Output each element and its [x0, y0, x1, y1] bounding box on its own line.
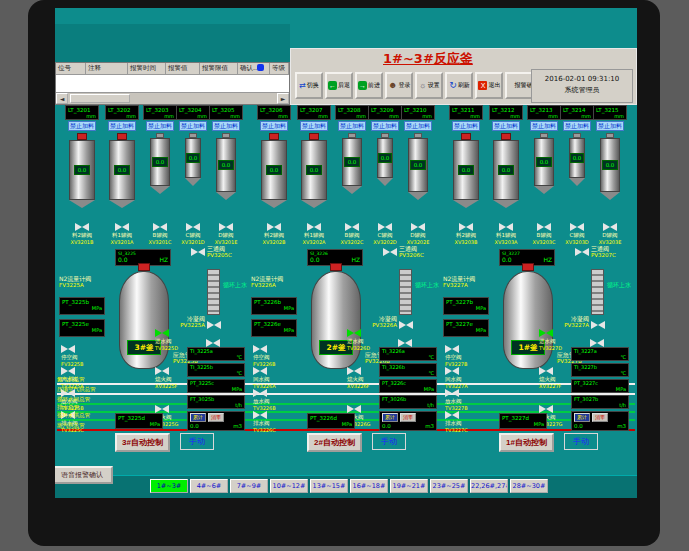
reactor-range-tab[interactable]: 22,26#,27# — [470, 479, 508, 493]
reactor-range-tab[interactable]: 13#~15# — [310, 479, 348, 493]
valve-icon[interactable] — [61, 367, 75, 376]
auto-control-button[interactable]: 1#自动控制 — [499, 433, 554, 452]
back-button[interactable]: 后退 — [325, 72, 353, 99]
valve-icon[interactable] — [347, 329, 361, 338]
valve-name: 料1罐阀 — [304, 232, 324, 239]
level-indicator: LT_3206 mm — [257, 105, 291, 120]
valve-icon[interactable] — [75, 223, 89, 232]
tank-cap-icon — [269, 133, 279, 140]
auto-control-button[interactable]: 2#自动控制 — [307, 433, 362, 452]
datetime-panel: 2016-02-01 09:31:10 系统管理员 — [531, 69, 633, 103]
valve-icon[interactable] — [267, 223, 281, 232]
valve-icon[interactable] — [345, 223, 359, 232]
valve-icon[interactable] — [155, 329, 169, 338]
three-way-valve-icon[interactable] — [575, 248, 589, 257]
scrollbar-track[interactable] — [68, 93, 277, 104]
valve-icon[interactable] — [253, 411, 267, 420]
reactor-range-tab[interactable]: 7#~9# — [230, 479, 268, 493]
valve-icon[interactable] — [537, 223, 551, 232]
valve-name: 进水阀 — [155, 338, 172, 345]
valve-icon[interactable] — [570, 223, 584, 232]
login-button[interactable]: 登录 — [385, 72, 413, 99]
pressure-indicator: PT_3227e MPa — [443, 319, 489, 337]
valve-tag: PV3206C — [399, 252, 424, 259]
valve-label: 回水阀 TV3227A — [445, 367, 468, 389]
refresh-button[interactable]: 刷新 — [445, 72, 473, 99]
reset-button[interactable]: 消零 — [592, 413, 608, 422]
valve-icon[interactable] — [445, 345, 459, 354]
reactor-range-tab[interactable]: 23#~25# — [430, 479, 468, 493]
toolbar: 切换 后退 前进 登录 设置 刷新 退出 报警确认 — [295, 72, 547, 99]
tank-level-screen: 0.0 — [152, 157, 168, 167]
reset-button[interactable]: 消零 — [208, 413, 224, 422]
reactor-range-tab[interactable]: 10#~12# — [270, 479, 308, 493]
valve-icon[interactable] — [539, 367, 553, 376]
feed-tank-unit: LT_3213 mm 禁止加料 0.0 — [527, 105, 561, 245]
valve-tag: PV3205C — [207, 252, 232, 259]
valve-icon[interactable] — [445, 367, 459, 376]
flow-totalizer: 累计 消零 0.0 m3 — [187, 411, 245, 431]
scroll-left-icon[interactable]: ◄ — [56, 93, 68, 104]
reactor-range-tab[interactable]: 19#~21# — [390, 479, 428, 493]
reset-button[interactable]: 消零 — [400, 413, 416, 422]
alarm-table-scrollbar[interactable]: ◄ ► — [56, 92, 289, 104]
condenser-valve-icon[interactable] — [399, 321, 413, 330]
voice-alarm-ack-button[interactable]: 语音报警确认 — [55, 466, 113, 484]
three-way-valve-icon[interactable] — [383, 248, 397, 257]
valve-icon[interactable] — [411, 223, 425, 232]
valve-icon[interactable] — [307, 223, 321, 232]
switch-button[interactable]: 切换 — [295, 72, 323, 99]
valve-icon[interactable] — [115, 223, 129, 232]
tank-level-screen: 0.0 — [410, 160, 426, 170]
feed-tank-unit: LT_3202 mm 禁止加料 0.0 — [103, 105, 141, 245]
totalize-button[interactable]: 累计 — [382, 413, 398, 422]
forward-button[interactable]: 前进 — [355, 72, 383, 99]
valve-icon[interactable] — [253, 389, 267, 398]
three-way-valve-icon[interactable] — [191, 248, 205, 257]
auto-control-button[interactable]: 3#自动控制 — [115, 433, 170, 452]
reactor-group: LT_3201 mm 禁止加料 0.0 — [57, 105, 249, 459]
valve-icon[interactable] — [445, 389, 459, 398]
valve-icon[interactable] — [155, 367, 169, 376]
scroll-right-icon[interactable]: ► — [277, 93, 289, 104]
tank-level-screen: 0.0 — [186, 153, 200, 163]
reactor-valve-cap-icon — [522, 263, 534, 271]
condenser-valve-icon[interactable] — [207, 321, 221, 330]
scrollbar-thumb[interactable] — [70, 94, 130, 103]
settings-button[interactable]: 设置 — [415, 72, 443, 99]
valve-icon[interactable] — [61, 345, 75, 354]
valve-icon[interactable] — [253, 345, 267, 354]
valve-icon[interactable] — [153, 223, 167, 232]
exit-button[interactable]: 退出 — [475, 72, 503, 99]
valve-icon[interactable] — [499, 223, 513, 232]
pressure-indicator: PT_3226e MPa — [251, 319, 297, 337]
valve-icon[interactable] — [459, 223, 473, 232]
valve-icon[interactable] — [253, 367, 267, 376]
valve-name: B罐阀 — [345, 232, 360, 239]
valve-icon[interactable] — [539, 329, 553, 338]
mode-label[interactable]: 手动 — [180, 433, 214, 450]
valve-icon[interactable] — [186, 223, 200, 232]
reactor-range-tab[interactable]: 4#~6# — [190, 479, 228, 493]
valve-icon[interactable] — [603, 223, 617, 232]
tank-level-screen: 0.0 — [378, 153, 392, 163]
condenser-valve-icon[interactable] — [591, 321, 605, 330]
totalize-button[interactable]: 累计 — [190, 413, 206, 422]
feed-tank-unit: LT_3205 mm 禁止加料 0.0 — [209, 105, 243, 245]
reactor-range-tab[interactable]: 28#~30# — [510, 479, 548, 493]
mode-label[interactable]: 手动 — [564, 433, 598, 450]
reactor-range-tab[interactable]: 1#~3# — [150, 479, 188, 493]
totalize-button[interactable]: 累计 — [574, 413, 590, 422]
valve-name: N2流量计阀 — [251, 275, 283, 282]
indicator-unit: MPa — [382, 386, 434, 392]
reactor-range-tab[interactable]: 16#~18# — [350, 479, 388, 493]
switch-icon — [299, 81, 306, 90]
valve-icon[interactable] — [347, 367, 361, 376]
valve-name: 料2罐阀 — [456, 232, 476, 239]
mode-label[interactable]: 手动 — [372, 433, 406, 450]
valve-icon[interactable] — [445, 411, 459, 420]
valve-icon[interactable] — [219, 223, 233, 232]
valve-name: C罐阀 — [570, 232, 585, 239]
valve-icon[interactable] — [378, 223, 392, 232]
alarm-table-body — [56, 75, 289, 92]
